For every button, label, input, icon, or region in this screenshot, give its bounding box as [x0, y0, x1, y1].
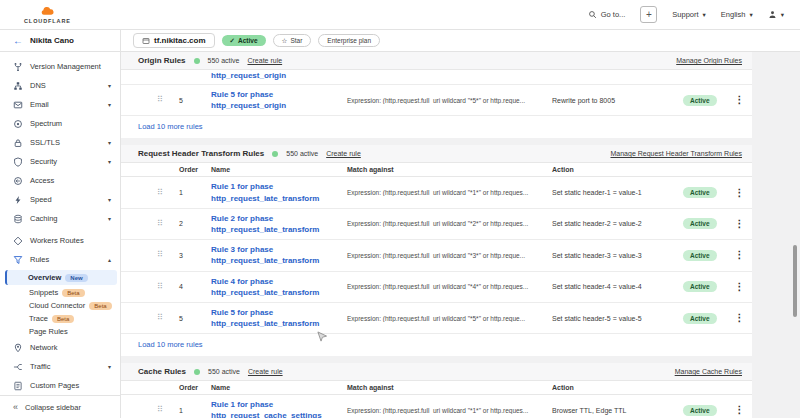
active-count: 550 active [286, 150, 318, 157]
star-button[interactable]: ☆ Star [273, 34, 312, 48]
rule-name-link[interactable]: Rule 2 for phasehttp_request_late_transf… [211, 213, 347, 235]
active-dot-icon [194, 58, 200, 64]
sidebar-item-ssl-tls[interactable]: SSL/TLS▾ [0, 133, 120, 152]
rule-action: Set static header-2 = value-2 [552, 220, 683, 227]
sidebar-item-spectrum[interactable]: Spectrum [0, 114, 120, 133]
rule-match: Expression: (http.request.full_uri wildc… [347, 407, 552, 414]
kebab-menu-icon[interactable]: ⋮ [735, 219, 745, 229]
drag-handle-icon[interactable]: ⠿ [157, 189, 171, 197]
drag-handle-icon[interactable]: ⠿ [157, 283, 171, 291]
sidebar-item-email[interactable]: Email▾ [0, 95, 120, 114]
cloudflare-logo[interactable]: CLOUDFLARE [24, 5, 71, 25]
sidebar-item-traffic[interactable]: Traffic▾ [0, 357, 120, 376]
sidebar-item-overview[interactable]: OverviewNew [5, 270, 117, 285]
kebab-menu-icon[interactable]: ⋮ [735, 405, 745, 415]
check-icon: ✓ [230, 37, 235, 45]
sidebar-item-workers-routes[interactable]: Workers Routes [0, 231, 120, 250]
drag-handle-icon[interactable]: ⠿ [157, 96, 171, 104]
brand-text: CLOUDFLARE [24, 19, 71, 25]
create-rule-link[interactable]: Create rule [248, 368, 283, 375]
cloudflare-dashboard: CLOUDFLARE Go to... + Support ▾ English … [0, 0, 800, 418]
sidebar-item-version-management[interactable]: Version Management [0, 57, 120, 76]
support-menu[interactable]: Support ▾ [672, 10, 706, 19]
rule-name-link[interactable]: Rule 1 for phasehttp_request_late_transf… [211, 181, 347, 203]
sidebar-item-rules[interactable]: Rules▴ [0, 250, 120, 269]
sidebar-item-dns[interactable]: DNS▾ [0, 76, 120, 95]
sidebar-item-snippets[interactable]: SnippetsBeta [0, 286, 120, 299]
rule-match: Expression: (http.request.full_uri wildc… [347, 97, 552, 104]
rules-overview-content: Origin Rules 550 active Create rule Mana… [121, 52, 800, 418]
drag-handle-icon[interactable]: ⠿ [157, 406, 171, 414]
sidebar-item-page-rules[interactable]: Page Rules [0, 325, 120, 338]
table-row: ⠿ 4 Rule 4 for phasehttp_request_late_tr… [121, 272, 752, 303]
sidebar-item-security[interactable]: Security▾ [0, 152, 120, 171]
language-menu[interactable]: English ▾ [721, 10, 753, 19]
funnel-icon [13, 255, 23, 265]
section-header: Origin Rules 550 active Create rule Mana… [121, 52, 752, 70]
load-more-link[interactable]: Load 10 more rules [121, 334, 752, 356]
manage-cache-rules-link[interactable]: Manage Cache Rules [675, 368, 742, 375]
create-rule-link[interactable]: Create rule [247, 57, 282, 64]
kebab-menu-icon[interactable]: ⋮ [735, 250, 745, 260]
drag-handle-icon[interactable]: ⠿ [157, 314, 171, 322]
rule-name-link[interactable]: Rule 4 for phasehttp_request_late_transf… [211, 276, 347, 298]
account-menu[interactable]: ▾ [768, 10, 784, 19]
new-badge: New [65, 274, 87, 282]
sidebar-item-cloud-connector[interactable]: Cloud ConnectorBeta [0, 299, 120, 312]
table-row-partial: http_request_origin [121, 70, 752, 85]
lock-icon [13, 138, 23, 148]
section-title: Cache Rules [138, 367, 186, 376]
search-icon [588, 10, 597, 19]
account-name: Nikita Cano [30, 36, 74, 45]
rule-order: 5 [171, 97, 211, 104]
rule-action: Set static header-1 = value-1 [552, 189, 683, 196]
sidebar-item-network[interactable]: Network [0, 338, 120, 357]
kebab-menu-icon[interactable]: ⋮ [735, 313, 745, 323]
sidebar-item-custom-pages[interactable]: Custom Pages [0, 376, 120, 395]
rule-name-link[interactable]: Rule 5 for phasehttp_request_late_transf… [211, 307, 347, 329]
goto-search[interactable]: Go to... [588, 10, 626, 19]
sidebar-item-access[interactable]: Access [0, 171, 120, 190]
manage-request-header-transform-rules-link[interactable]: Manage Request Header Transform Rules [610, 150, 742, 157]
mouse-cursor [317, 331, 328, 343]
star-icon: ☆ [282, 37, 288, 45]
col-name: Name [211, 166, 347, 173]
zone-status-badge: ✓ Active [222, 35, 266, 47]
rule-action: Set static header-3 = value-3 [552, 252, 683, 259]
add-site-button[interactable]: + [640, 6, 657, 23]
rule-order: 4 [171, 283, 211, 290]
rule-name-link[interactable]: Rule 5 for phasehttp_request_origin [211, 89, 347, 111]
chevron-down-icon: ▾ [108, 82, 111, 89]
active-count: 550 active [208, 57, 240, 64]
beta-badge: Beta [89, 302, 111, 310]
col-order: Order [171, 166, 211, 173]
kebab-menu-icon[interactable]: ⋮ [735, 282, 745, 292]
rule-action: Set static header-5 = value-5 [552, 315, 683, 322]
collapse-sidebar-button[interactable]: «Collapse sidebar [0, 395, 120, 418]
sidebar-item-trace[interactable]: TraceBeta [0, 312, 120, 325]
scrollbar-thumb[interactable] [793, 245, 797, 317]
rule-order: 3 [171, 252, 211, 259]
support-label: Support [672, 10, 698, 19]
zone-selector[interactable]: tf.nikitac.com [133, 33, 215, 48]
load-more-link[interactable]: Load 10 more rules [121, 116, 752, 138]
rule-name-link[interactable]: Rule 1 for phasehttp_request_cache_setti… [211, 399, 347, 418]
rule-name-link[interactable]: Rule 3 for phasehttp_request_late_transf… [211, 244, 347, 266]
sidebar-item-caching[interactable]: Caching▾ [0, 209, 120, 228]
manage-origin-rules-link[interactable]: Manage Origin Rules [676, 57, 742, 64]
sidebar-item-speed[interactable]: Speed▾ [0, 190, 120, 209]
create-rule-link[interactable]: Create rule [326, 150, 361, 157]
rule-name-line2[interactable]: http_request_origin [211, 70, 347, 81]
drag-handle-icon[interactable]: ⠿ [157, 220, 171, 228]
back-arrow-icon[interactable]: ← [13, 36, 23, 46]
kebab-menu-icon[interactable]: ⋮ [735, 188, 745, 198]
collapse-icon: « [13, 402, 18, 412]
drag-handle-icon[interactable]: ⠿ [157, 251, 171, 259]
table-row: ⠿ 2 Rule 2 for phasehttp_request_late_tr… [121, 209, 752, 240]
rule-match: Expression: (http.request.full_uri wildc… [347, 283, 552, 290]
rule-match: Expression: (http.request.full_uri wildc… [347, 189, 552, 196]
rule-action: Rewrite port to 8005 [552, 97, 683, 104]
cloud-icon [32, 5, 62, 18]
kebab-menu-icon[interactable]: ⋮ [735, 95, 745, 105]
rule-order: 1 [171, 407, 211, 414]
